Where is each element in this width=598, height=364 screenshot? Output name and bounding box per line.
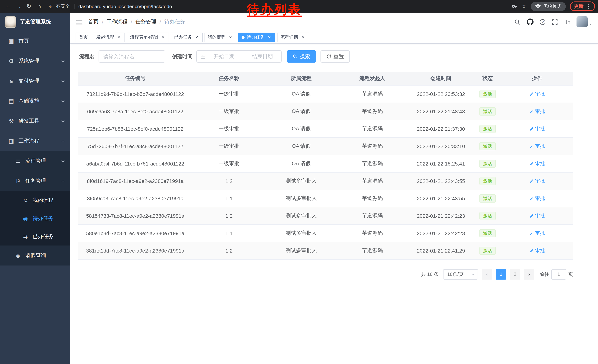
tab-my-processes[interactable]: 我的流程×	[205, 32, 236, 42]
approve-link[interactable]: 审批	[529, 143, 545, 149]
sidebar-item-system-management[interactable]: ⚙系统管理	[0, 51, 70, 71]
approve-link[interactable]: 审批	[529, 160, 545, 167]
sidebar-item-label: 支付管理	[18, 78, 39, 84]
cell-action: 审批	[501, 190, 573, 207]
tab-start-process[interactable]: 发起流程×	[93, 32, 125, 42]
sidebar-item-label: 研发工具	[18, 118, 39, 124]
reset-button[interactable]: 重置	[321, 50, 350, 63]
approve-link[interactable]: 审批	[529, 178, 545, 184]
approve-link[interactable]: 审批	[529, 230, 545, 236]
cell-status: 激活	[474, 207, 501, 224]
column-header: 所属流程	[265, 72, 337, 85]
sidebar-item-label: 系统管理	[18, 58, 39, 65]
sidebar-item-label: 流程管理	[25, 158, 46, 164]
date-range-picker[interactable]: 开始日期 - 结束日期	[196, 50, 282, 63]
tab-todo-tasks[interactable]: 待办任务×	[238, 32, 275, 42]
sidebar-item-todo-tasks[interactable]: ◉待办任务	[0, 209, 70, 227]
approve-link[interactable]: 审批	[529, 108, 545, 115]
close-icon[interactable]: ×	[116, 35, 122, 40]
cell-action: 审批	[501, 207, 573, 224]
close-icon[interactable]: ×	[267, 35, 272, 40]
star-icon[interactable]: ☆	[522, 3, 526, 10]
refresh-icon[interactable]: ↻	[24, 1, 34, 11]
cell-status: 激活	[474, 242, 501, 259]
page-button-2[interactable]: 2	[510, 269, 520, 279]
approve-link[interactable]: 审批	[529, 195, 545, 202]
search-button[interactable]: 搜索	[287, 50, 316, 63]
page-button-1[interactable]: 1	[496, 269, 506, 279]
close-icon[interactable]: ×	[160, 35, 166, 40]
close-icon[interactable]: ×	[228, 35, 233, 40]
sidebar-item-leave-query[interactable]: ☻请假查询	[0, 245, 70, 266]
cell-id: 8f059c03-7ac8-11ec-a9e2-a2380e71991a	[78, 190, 193, 207]
end-date-placeholder: 结束日期	[248, 53, 277, 60]
cell-initiator: 芋道源码	[337, 103, 407, 120]
sidebar-item-home[interactable]: ▣首页	[0, 31, 70, 51]
home-icon[interactable]: ⌂	[34, 1, 44, 11]
close-icon[interactable]: ×	[300, 35, 306, 40]
approve-link[interactable]: 审批	[529, 212, 545, 219]
chevron-down-icon	[61, 59, 65, 62]
goto-page-input[interactable]	[551, 269, 566, 279]
update-button[interactable]: 更新 ⋮	[570, 1, 595, 11]
browser-menu-icon[interactable]: ⋮	[586, 3, 591, 9]
approve-link[interactable]: 审批	[529, 247, 545, 254]
tab-label: 发起流程	[96, 34, 114, 40]
cell-name: 1.2	[193, 172, 265, 190]
cell-created: 2022-01-21 22:43:55	[407, 172, 474, 190]
sidebar-item-dev-tools[interactable]: ⚒研发工具	[0, 111, 70, 131]
cell-status: 激活	[474, 85, 501, 103]
address-bar[interactable]: ⚠ 不安全 dashboard.yudao.iocoder.cn/bpm/tas…	[48, 3, 172, 10]
forward-icon[interactable]: →	[13, 1, 24, 11]
cell-created: 2022-01-22 23:53:32	[407, 85, 474, 103]
cell-process: OA 请假	[265, 103, 337, 120]
screen: ←→↻⌂ ⚠ 不安全 dashboard.yudao.iocoder.cn/bp…	[0, 0, 598, 364]
tab-process-form-edit[interactable]: 流程表单-编辑×	[127, 32, 169, 42]
font-size-icon[interactable]: TT	[564, 19, 570, 25]
sidebar-item-payment-management[interactable]: ¥支付管理	[0, 71, 70, 91]
cell-initiator: 芋道源码	[337, 172, 407, 190]
process-name-input[interactable]	[103, 54, 160, 59]
filter-bar: 流程名 创建时间 开始日期 - 结束日期 搜索	[78, 50, 590, 63]
app-logo[interactable]: 芋道管理系统	[0, 13, 70, 31]
key-icon[interactable]	[512, 3, 517, 10]
approve-link[interactable]: 审批	[529, 90, 545, 97]
github-icon[interactable]	[527, 18, 533, 25]
sidebar-item-label: 基础设施	[18, 98, 39, 105]
cell-process: 测试多审批人	[265, 242, 337, 259]
next-page-button[interactable]: ›	[524, 269, 534, 279]
sidebar-item-infrastructure[interactable]: ▤基础设施	[0, 91, 70, 111]
user-menu[interactable]	[576, 16, 592, 27]
help-icon[interactable]: ?	[540, 19, 545, 25]
sidebar-item-task-management[interactable]: ⚐任务管理	[0, 171, 70, 191]
tab-home[interactable]: 首页	[75, 32, 91, 42]
back-icon[interactable]: ←	[3, 1, 13, 11]
breadcrumb-item[interactable]: 工作流程	[107, 18, 127, 25]
sidebar-item-done-tasks[interactable]: ⇉已办任务	[0, 227, 70, 245]
cell-process: 测试多审批人	[265, 207, 337, 224]
fullscreen-icon[interactable]	[552, 19, 558, 25]
page-size-select[interactable]: 10条/页	[443, 269, 478, 279]
process-name-field	[99, 50, 165, 63]
column-header: 操作	[501, 72, 573, 85]
tab-done-tasks[interactable]: 已办任务×	[171, 32, 203, 42]
breadcrumb-item[interactable]: 任务管理	[136, 18, 156, 25]
tags-view: 首页发起流程×流程表单-编辑×已办任务×我的流程×待办任务×流程详情×	[70, 31, 598, 44]
status-badge: 激活	[479, 159, 496, 168]
status-badge: 激活	[479, 246, 496, 255]
pagination: 共 16 条 10条/页 ‹ 12 › 前往 页	[78, 269, 573, 279]
approve-link[interactable]: 审批	[529, 125, 545, 132]
breadcrumb-item[interactable]: 首页	[88, 18, 99, 25]
prev-page-button[interactable]: ‹	[482, 269, 492, 279]
main-area: 首页/工作流程/任务管理/待办任务 ?TT 首页发起流程×流程表单-编辑×已办任…	[70, 13, 598, 364]
close-icon[interactable]: ×	[194, 35, 199, 40]
sidebar-toggle-icon[interactable]	[76, 19, 83, 25]
tab-label: 待办任务	[247, 34, 265, 40]
cell-id: 069c6a63-7b8a-11ec-8ef0-acde48001122	[78, 103, 193, 120]
sidebar-item-my-processes[interactable]: ☺我的流程	[0, 191, 70, 209]
approve-label: 审批	[535, 230, 545, 236]
tab-process-detail[interactable]: 流程详情×	[277, 32, 309, 42]
search-icon[interactable]	[514, 19, 521, 25]
sidebar-item-process-management[interactable]: ☰流程管理	[0, 151, 70, 171]
sidebar-item-workflow[interactable]: ▥工作流程	[0, 131, 70, 151]
